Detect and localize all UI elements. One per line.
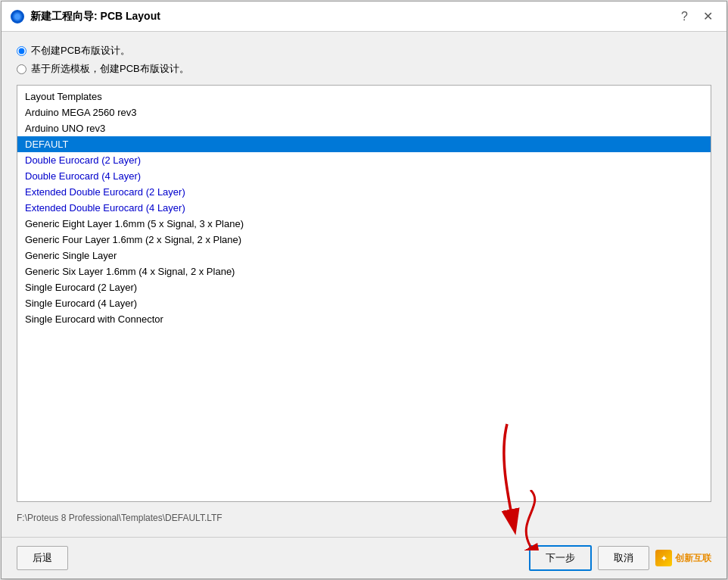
title-bar-left: 新建工程向导: PCB Layout xyxy=(11,10,160,23)
list-item[interactable]: Layout Templates xyxy=(17,89,711,104)
template-list[interactable]: Layout TemplatesArduino MEGA 2560 rev3Ar… xyxy=(17,85,711,502)
dialog-title: 新建工程向导: PCB Layout xyxy=(30,10,160,23)
list-item[interactable]: DEFAULT xyxy=(17,136,711,152)
list-item[interactable]: Double Eurocard (4 Layer) xyxy=(17,168,711,184)
radio-input-2[interactable] xyxy=(17,64,26,74)
radio-group: 不创建PCB布版设计。 基于所选模板，创建PCB布版设计。 xyxy=(17,44,711,76)
radio-option-2[interactable]: 基于所选模板，创建PCB布版设计。 xyxy=(17,62,711,76)
cancel-button[interactable]: 取消 xyxy=(598,546,649,570)
close-button[interactable]: ✕ xyxy=(698,8,717,25)
dialog-window: 新建工程向导: PCB Layout ? ✕ 不创建PCB布版设计。 基于所选模… xyxy=(1,1,727,579)
back-button[interactable]: 后退 xyxy=(17,546,68,570)
list-item[interactable]: Single Eurocard (2 Layer) xyxy=(17,279,711,295)
pcb-icon xyxy=(11,10,24,23)
list-item[interactable]: Extended Double Eurocard (4 Layer) xyxy=(17,200,711,216)
radio-option-1[interactable]: 不创建PCB布版设计。 xyxy=(17,44,711,58)
branding-area: ✦ 创新互联 xyxy=(655,550,711,566)
bottom-right-actions: 下一步 取消 ✦ 创新互联 xyxy=(523,545,711,571)
radio-label-2: 基于所选模板，创建PCB布版设计。 xyxy=(31,62,189,76)
dialog-content: 不创建PCB布版设计。 基于所选模板，创建PCB布版设计。 Layout Tem… xyxy=(2,32,726,537)
list-item[interactable]: Single Eurocard (4 Layer) xyxy=(17,295,711,311)
brand-icon-symbol: ✦ xyxy=(661,554,667,563)
radio-input-1[interactable] xyxy=(17,46,26,56)
help-button[interactable]: ? xyxy=(677,8,692,25)
list-item[interactable]: Extended Double Eurocard (2 Layer) xyxy=(17,184,711,200)
brand-text: 创新互联 xyxy=(675,552,711,565)
path-text: F:\Proteus 8 Professional\Templates\DEFA… xyxy=(17,511,711,525)
list-item[interactable]: Generic Four Layer 1.6mm (2 x Signal, 2 … xyxy=(17,232,711,248)
list-item[interactable]: Arduino MEGA 2560 rev3 xyxy=(17,104,711,120)
list-item[interactable]: Double Eurocard (2 Layer) xyxy=(17,152,711,168)
bottom-bar: 后退 下一步 取消 ✦ xyxy=(2,537,726,578)
list-item[interactable]: Arduino UNO rev3 xyxy=(17,120,711,136)
list-item[interactable]: Single Eurocard with Connector xyxy=(17,311,711,327)
next-button[interactable]: 下一步 xyxy=(529,545,592,571)
list-item[interactable]: Generic Single Layer xyxy=(17,248,711,263)
title-bar-right: ? ✕ xyxy=(677,8,717,25)
brand-icon: ✦ xyxy=(655,550,672,566)
title-bar: 新建工程向导: PCB Layout ? ✕ xyxy=(2,2,726,32)
list-item[interactable]: Generic Six Layer 1.6mm (4 x Signal, 2 x… xyxy=(17,263,711,279)
list-item[interactable]: Generic Eight Layer 1.6mm (5 x Signal, 3… xyxy=(17,216,711,232)
radio-label-1: 不创建PCB布版设计。 xyxy=(31,44,130,58)
